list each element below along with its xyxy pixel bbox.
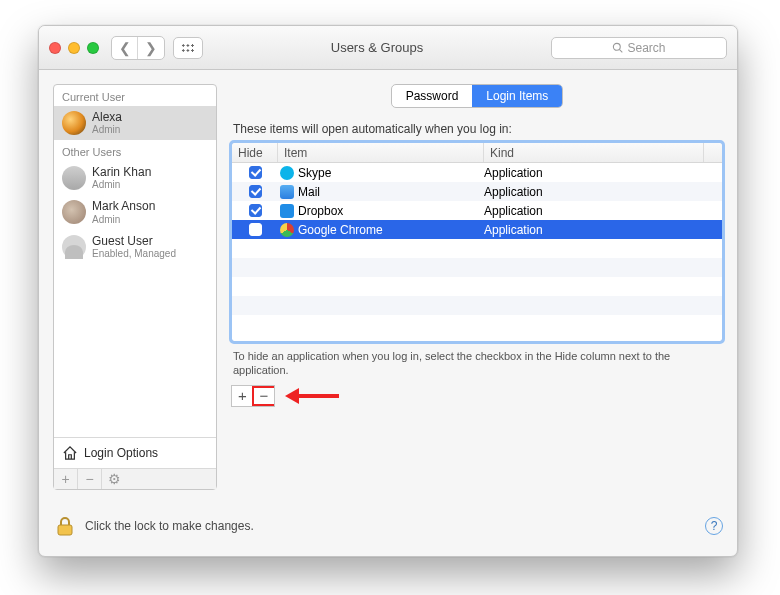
- table-row-empty: [232, 296, 722, 315]
- sidebar-user-guest[interactable]: Guest UserEnabled, Managed: [54, 230, 216, 264]
- chrome-icon: [280, 223, 294, 237]
- other-users-header: Other Users: [54, 140, 216, 161]
- nav-back-forward: ❮ ❯: [111, 36, 165, 60]
- dropbox-icon: [280, 204, 294, 218]
- remove-login-item-button[interactable]: −: [252, 386, 274, 406]
- sidebar-user-controls: + − ⚙: [54, 468, 216, 489]
- sidebar-user-mark[interactable]: Mark AnsonAdmin: [54, 195, 216, 229]
- hide-checkbox[interactable]: [249, 166, 262, 179]
- add-remove-bar: + −: [231, 385, 723, 407]
- annotation-arrow: [285, 388, 339, 404]
- item-name: Skype: [298, 166, 331, 180]
- add-remove-group: + −: [231, 385, 275, 407]
- user-role: Admin: [92, 124, 122, 135]
- sidebar-user-karin[interactable]: Karin KhanAdmin: [54, 161, 216, 195]
- table-row-empty: [232, 258, 722, 277]
- svg-line-1: [620, 50, 623, 53]
- col-kind[interactable]: Kind: [484, 143, 704, 162]
- item-name: Dropbox: [298, 204, 343, 218]
- main-panel: Password Login Items These items will op…: [231, 84, 723, 490]
- tab-login-items[interactable]: Login Items: [472, 85, 562, 107]
- prefs-window: ❮ ❯ Users & Groups Search Current User A…: [38, 25, 738, 557]
- user-actions-button[interactable]: ⚙: [102, 469, 126, 489]
- hide-hint-text: To hide an application when you log in, …: [233, 349, 721, 378]
- avatar: [62, 111, 86, 135]
- item-kind: Application: [484, 185, 704, 199]
- panel-tabs: Password Login Items: [391, 84, 564, 108]
- col-hide[interactable]: Hide: [232, 143, 278, 162]
- search-input[interactable]: Search: [551, 37, 727, 59]
- arrow-head-icon: [285, 388, 299, 404]
- tab-password[interactable]: Password: [392, 85, 473, 107]
- item-kind: Application: [484, 166, 704, 180]
- user-role: Admin: [92, 214, 155, 225]
- skype-icon: [280, 166, 294, 180]
- col-spacer: [704, 143, 722, 162]
- login-options-label: Login Options: [84, 446, 158, 460]
- show-all-prefs-button[interactable]: [173, 37, 203, 59]
- lock-text: Click the lock to make changes.: [85, 519, 254, 533]
- item-name: Mail: [298, 185, 320, 199]
- table-header: Hide Item Kind: [232, 143, 722, 163]
- house-icon: [62, 446, 78, 460]
- svg-rect-2: [58, 525, 72, 535]
- svg-point-0: [614, 43, 621, 50]
- grid-icon: [181, 43, 195, 53]
- table-body: Skype Application Mail Application Dropb…: [232, 163, 722, 341]
- window-controls: [49, 42, 99, 54]
- zoom-window-button[interactable]: [87, 42, 99, 54]
- item-kind: Application: [484, 223, 704, 237]
- user-role: Admin: [92, 179, 151, 190]
- item-kind: Application: [484, 204, 704, 218]
- lock-icon[interactable]: [53, 514, 77, 538]
- user-name: Guest User: [92, 235, 176, 248]
- close-window-button[interactable]: [49, 42, 61, 54]
- col-item[interactable]: Item: [278, 143, 484, 162]
- add-login-item-button[interactable]: +: [232, 386, 254, 406]
- mail-icon: [280, 185, 294, 199]
- item-name: Google Chrome: [298, 223, 383, 237]
- table-row[interactable]: Mail Application: [232, 182, 722, 201]
- table-row-empty: [232, 239, 722, 258]
- table-row[interactable]: Google Chrome Application: [232, 220, 722, 239]
- sidebar-user-alexa[interactable]: AlexaAdmin: [54, 106, 216, 140]
- table-row-empty: [232, 315, 722, 334]
- lock-footer: Click the lock to make changes. ?: [53, 508, 723, 544]
- hide-checkbox[interactable]: [249, 223, 262, 236]
- arrow-line: [299, 394, 339, 398]
- login-items-caption: These items will open automatically when…: [233, 122, 721, 136]
- search-icon: [612, 42, 623, 53]
- table-row-empty: [232, 277, 722, 296]
- avatar: [62, 200, 86, 224]
- login-options-button[interactable]: Login Options: [54, 438, 216, 468]
- login-items-table: Hide Item Kind Skype Application Mail Ap…: [231, 142, 723, 342]
- add-user-button[interactable]: +: [54, 469, 78, 489]
- window-title: Users & Groups: [211, 40, 543, 55]
- minimize-window-button[interactable]: [68, 42, 80, 54]
- avatar: [62, 166, 86, 190]
- forward-button[interactable]: ❯: [138, 37, 164, 59]
- search-placeholder: Search: [627, 41, 665, 55]
- table-row[interactable]: Dropbox Application: [232, 201, 722, 220]
- user-role: Enabled, Managed: [92, 248, 176, 259]
- table-row[interactable]: Skype Application: [232, 163, 722, 182]
- sidebar-footer: Login Options + − ⚙: [54, 437, 216, 489]
- content-area: Current User AlexaAdmin Other Users Kari…: [39, 70, 737, 504]
- users-sidebar: Current User AlexaAdmin Other Users Kari…: [53, 84, 217, 490]
- hide-checkbox[interactable]: [249, 185, 262, 198]
- hide-checkbox[interactable]: [249, 204, 262, 217]
- avatar: [62, 235, 86, 259]
- remove-user-button[interactable]: −: [78, 469, 102, 489]
- current-user-header: Current User: [54, 85, 216, 106]
- user-name: Mark Anson: [92, 200, 155, 213]
- toolbar: ❮ ❯ Users & Groups Search: [39, 26, 737, 70]
- help-button[interactable]: ?: [705, 517, 723, 535]
- user-name: Karin Khan: [92, 166, 151, 179]
- back-button[interactable]: ❮: [112, 37, 138, 59]
- user-name: Alexa: [92, 111, 122, 124]
